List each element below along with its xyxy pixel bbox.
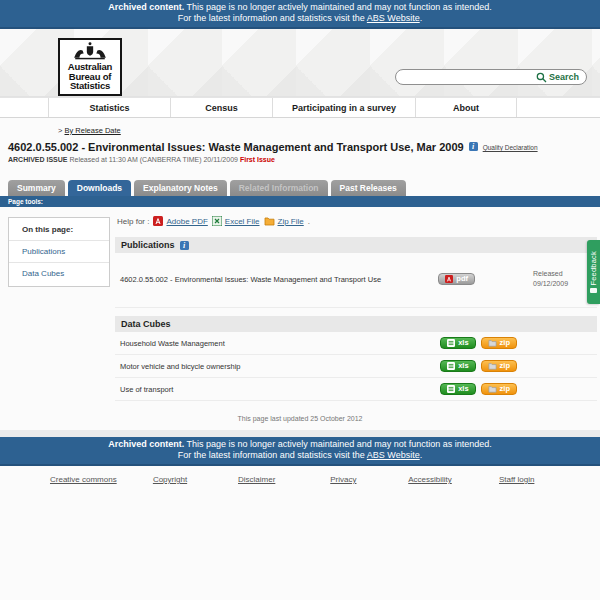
info-icon[interactable]: i (469, 142, 478, 151)
released-date: 09/12/2009 (533, 280, 568, 287)
nav-filler (516, 98, 564, 117)
xls-icon (447, 362, 455, 370)
page-tools-label: Page tools: (8, 198, 43, 205)
first-issue-badge: First Issue (240, 156, 275, 163)
xls-icon (447, 339, 455, 347)
tab-past-releases[interactable]: Past Releases (331, 180, 406, 196)
archived-issue-label: ARCHIVED ISSUE (8, 156, 68, 163)
logo-text-line3: Statistics (61, 81, 119, 91)
footer-links: Creative commons Copyright Disclaimer Pr… (0, 466, 600, 484)
main-column: Help for : Adobe PDF Excel File Zip File… (115, 216, 597, 401)
released-info: Released 09/12/2009 (533, 269, 595, 289)
tab-strip: Summary Downloads Explanatory Notes Rela… (8, 180, 600, 196)
publications-section-header: Publications i (115, 237, 597, 253)
last-updated-text: This page last updated 25 October 2012 (0, 415, 600, 422)
data-cubes-section-header: Data Cubes (115, 316, 597, 332)
search-box: Search (395, 69, 587, 85)
banner-bold: Archived content. (108, 2, 184, 12)
help-row: Help for : Adobe PDF Excel File Zip File… (117, 216, 597, 226)
pre-footer-band (0, 430, 600, 437)
section-gap (115, 308, 597, 316)
zip-download-button[interactable]: zip (481, 383, 517, 395)
cube-buttons: xls zip (440, 383, 517, 395)
footer-link-disclaimer[interactable]: Disclaimer (213, 475, 300, 484)
pdf-file-icon (153, 216, 163, 226)
nav-item-participating[interactable]: Participating in a survey (272, 98, 415, 117)
data-cube-row: Household Waste Management xls zip (115, 332, 597, 355)
footer-link-creative-commons[interactable]: Creative commons (40, 475, 127, 484)
abs-website-link[interactable]: ABS Website (367, 450, 420, 460)
footer-link-privacy[interactable]: Privacy (300, 475, 387, 484)
search-input[interactable] (404, 72, 536, 82)
page-title: 4602.0.55.002 - Environmental Issues: Wa… (8, 141, 464, 153)
archive-status-row: ARCHIVED ISSUE Released at 11:30 AM (CAN… (8, 156, 592, 163)
sidebar-item-data-cubes[interactable]: Data Cubes (9, 262, 109, 284)
feedback-label: Feedback (589, 251, 598, 286)
archived-content-banner-top: Archived content. This page is no longer… (0, 0, 600, 29)
content: On this page: Publications Data Cubes He… (0, 207, 600, 403)
search-button-label: Search (549, 72, 579, 82)
on-this-page-box: On this page: Publications Data Cubes (8, 217, 110, 287)
publication-row: 4602.0.55.002 - Environmental Issues: Wa… (115, 253, 597, 308)
cube-buttons: xls zip (440, 360, 517, 372)
envelope-icon (590, 288, 597, 293)
help-zip-file-link[interactable]: Zip File (264, 216, 304, 226)
released-text: Released at 11:30 AM (CANBERRA TIME) 20/… (69, 156, 237, 163)
data-cube-row: Use of transport xls zip (115, 378, 597, 401)
nav-item-statistics[interactable]: Statistics (48, 98, 170, 117)
help-adobe-pdf-link[interactable]: Adobe PDF (153, 216, 207, 226)
breadcrumb-prefix: > (58, 126, 62, 135)
quality-declaration-link[interactable]: Quality Declaration (483, 144, 538, 151)
on-this-page-heading: On this page: (9, 218, 109, 240)
publications-heading: Publications (121, 240, 175, 250)
footer-link-staff-login[interactable]: Staff login (473, 475, 560, 484)
tab-downloads[interactable]: Downloads (68, 180, 131, 196)
data-cube-row: Motor vehicle and bicycle ownership xls … (115, 355, 597, 378)
banner-line2: For the latest information and statistic… (0, 13, 600, 24)
released-label: Released (533, 270, 563, 277)
banner-line1: Archived content. This page is no longer… (0, 2, 600, 13)
xls-icon (447, 385, 455, 393)
zip-icon (488, 339, 497, 347)
abs-logo[interactable]: Australian Bureau of Statistics (58, 38, 122, 96)
tab-related-information: Related Information (230, 180, 328, 196)
zip-file-icon (264, 216, 275, 226)
main-nav: Statistics Census Participating in a sur… (0, 97, 600, 118)
publications-info-icon[interactable]: i (180, 241, 189, 250)
zip-download-button[interactable]: zip (481, 337, 517, 349)
banner-rest: This page is no longer actively maintain… (184, 2, 492, 12)
zip-download-button[interactable]: zip (481, 360, 517, 372)
nav-item-about[interactable]: About (415, 98, 516, 117)
data-cubes-heading: Data Cubes (121, 319, 171, 329)
tab-summary[interactable]: Summary (8, 180, 65, 196)
page-tools-bar: Page tools: (0, 196, 600, 207)
archived-content-banner-bottom: Archived content. This page is no longer… (0, 437, 600, 466)
title-row: 4602.0.55.002 - Environmental Issues: Wa… (8, 141, 592, 153)
help-label: Help for : (117, 217, 149, 226)
help-suffix: . (308, 217, 310, 226)
xls-download-button[interactable]: xls (440, 360, 475, 372)
breadcrumb-link-by-release-date[interactable]: By Release Date (64, 126, 120, 135)
footer-link-copyright[interactable]: Copyright (127, 475, 214, 484)
cube-title-motor-vehicle: Motor vehicle and bicycle ownership (120, 362, 440, 371)
help-excel-file-link[interactable]: Excel File (212, 216, 260, 226)
pdf-icon (445, 275, 453, 283)
xls-download-button[interactable]: xls (440, 383, 475, 395)
nav-item-census[interactable]: Census (170, 98, 272, 117)
tab-explanatory-notes[interactable]: Explanatory Notes (134, 180, 227, 196)
cube-title-use-of-transport: Use of transport (120, 385, 440, 394)
sidebar-item-publications[interactable]: Publications (9, 240, 109, 262)
footer-link-accessibility[interactable]: Accessibility (387, 475, 474, 484)
search-button[interactable]: Search (536, 72, 579, 83)
feedback-tab[interactable]: Feedback (587, 240, 600, 304)
abs-website-link[interactable]: ABS Website (367, 13, 420, 23)
search-icon (536, 72, 547, 83)
cube-buttons: xls zip (440, 337, 517, 349)
xls-download-button[interactable]: xls (440, 337, 475, 349)
breadcrumb: > By Release Date (58, 126, 600, 135)
zip-icon (488, 385, 497, 393)
excel-file-icon (212, 216, 222, 226)
pdf-download-button[interactable]: pdf (438, 273, 475, 285)
zip-icon (488, 362, 497, 370)
cube-title-household-waste: Household Waste Management (120, 339, 440, 348)
